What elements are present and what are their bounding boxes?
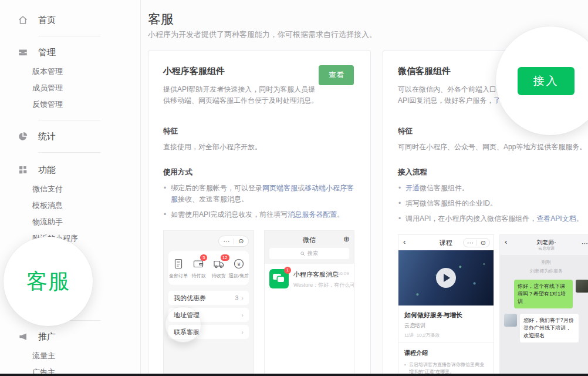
search-icon (300, 251, 305, 256)
message-bubble: 你好，这个有线下课程吗？希望有1对1培训 (514, 280, 573, 308)
row-label: 我的优惠券 (174, 294, 206, 303)
sidebar-item-home[interactable]: 首页 (0, 0, 140, 28)
incoming-message: 您好，我们将于7月份举办广州线下培训，欢迎报名 (500, 314, 588, 343)
sidebar-item-label: 推广 (38, 331, 56, 343)
refund-icon: ¥ (232, 257, 245, 270)
sidebar-item-logistics[interactable]: 物流助手 (0, 214, 140, 230)
shortcut-label: 退款/售后 (229, 273, 249, 279)
sidebar-item-manage[interactable]: 管理 (0, 44, 140, 61)
shortcut-pending-payment: 5 待付款 (188, 251, 208, 285)
target-icon: ⊙ (238, 237, 244, 245)
window-bottom-edge (0, 374, 588, 376)
user-avatar (576, 280, 588, 293)
shortcut-all-orders: 全部订单 (168, 251, 188, 285)
chevron-right-icon: › (241, 294, 244, 301)
play-button-icon (436, 268, 456, 288)
badge-count: 5 (200, 254, 207, 261)
usage-list: 绑定后的客服帐号，可以登录网页端客服或移动端小程序客服接收、发送客服消息。 如需… (163, 183, 356, 220)
sidebar-item-template-message[interactable]: 模板消息 (0, 197, 140, 214)
feature-text: 可同时在小程序、公众号、网页、App等地方提供客服服务。 (398, 142, 588, 152)
home-icon (18, 15, 28, 25)
miniprogram-capsule: ⋯ ⊙ (463, 238, 490, 247)
text-segment: 微信客服组件。 (420, 184, 469, 192)
more-icon: ⋯ (467, 239, 473, 247)
spotlight-label: 客服 (26, 267, 70, 296)
wechat-header: 微信 ⊕ 搜索 (265, 231, 354, 264)
service-message-avatar: 1 (269, 269, 289, 288)
grid-icon (18, 164, 28, 175)
video-thumbnail (398, 250, 494, 306)
wallet-icon: 5 (192, 257, 205, 270)
sidebar-item-member-manage[interactable]: 成员管理 (0, 80, 140, 96)
capsule-divider (234, 239, 234, 244)
add-icon: ⊕ (343, 234, 350, 243)
wechat-title: 微信 (265, 236, 354, 244)
text-segment: 接收、发送客服消息。 (178, 195, 248, 203)
chevron-right-icon: › (241, 328, 244, 335)
shortcut-label: 待收货 (212, 273, 226, 279)
course-title: 如何做好服务与增长 (404, 311, 488, 320)
page-subtitle: 小程序为开发者提供了两种客服能力，你可根据需求自行选择接入。 (148, 29, 377, 40)
screenshots-row: ⋯ ⊙ 全部订单 (163, 230, 356, 376)
text-segment: 或 (298, 184, 305, 192)
intro-heading: 课程介绍 (404, 349, 488, 357)
card-miniprogram-service: 小程序客服组件 查看 提供API帮助开发者快速接入，同时为客服人员提供移动端、网… (148, 50, 371, 376)
sidebar-item-version-manage[interactable]: 版本管理 (0, 63, 140, 80)
sidebar-item-promotion[interactable]: 推广 (0, 328, 140, 345)
service-notice: 刘老师为你服务 (500, 268, 588, 274)
svg-text:¥: ¥ (236, 261, 241, 267)
sidebar-item-label: 首页 (38, 15, 56, 26)
order-shortcuts: 全部订单 5 待付款 12 (168, 251, 249, 285)
shortcut-label: 待付款 (191, 273, 205, 279)
spotlight-customer-service[interactable]: 客服 (4, 237, 93, 326)
connect-button[interactable]: 接入 (518, 67, 575, 95)
sidebar-item-features[interactable]: 功能 (0, 162, 140, 178)
text-segment: 如需使用API完成消息收发，前往填写 (171, 210, 288, 219)
view-button[interactable]: 查看 (319, 65, 354, 85)
badge-count: 12 (221, 254, 229, 261)
inline-link[interactable]: 消息服务器配置 (288, 210, 337, 219)
course-header: ‹ 课程 ⋯ ⊙ (398, 235, 494, 250)
text-segment: 绑定后的客服帐号，可以登录 (171, 184, 262, 192)
shortcut-refund: ¥ 退款/售后 (229, 251, 249, 285)
usage-bullet: 如需使用API完成消息收发，前往填写消息服务器配置。 (163, 209, 356, 220)
chat-header: ‹ 刘老师· 云启培训 ⋯ (500, 235, 588, 255)
inline-link[interactable]: 开通 (405, 184, 420, 192)
sidebar-item-feedback-manage[interactable]: 反馈管理 (0, 96, 140, 113)
target-icon: ⊙ (481, 239, 486, 247)
more-icon: ⋯ (582, 240, 588, 247)
list-item-coupons: 我的优惠券 3 › (168, 291, 249, 305)
sidebar-item-label: 统计 (38, 131, 56, 142)
agent-avatar (504, 314, 517, 327)
course-provider: 云启培训 (404, 322, 488, 330)
chat-bubble-icon (278, 277, 284, 282)
inline-link[interactable]: 查看API文档 (536, 214, 576, 223)
screenshot-wechat-list: 微信 ⊕ 搜索 1 小程序客 (264, 230, 354, 376)
sidebar-item-traffic-owner[interactable]: 流量主 (0, 348, 140, 364)
card-description: 提供API帮助开发者快速接入，同时为客服人员提供移动端、网页端客服工作台便于及时… (163, 84, 320, 106)
sidebar-divider (38, 36, 100, 36)
sidebar-item-label: 管理 (38, 47, 56, 58)
inline-link[interactable]: 网页端客服 (262, 184, 298, 192)
screenshot-course-page: ‹ 课程 ⋯ ⊙ 如何做好服务与增长 云启培训 11 (398, 234, 494, 376)
outgoing-message: 你好，这个有线下课程吗？希望有1对1培训 (500, 280, 588, 308)
flow-bullet: 开通微信客服组件。 (398, 183, 588, 194)
search-bar: 搜索 (269, 248, 349, 259)
chat-list-item: 1 小程序客服消息 Westore：你好，有什么可以帮您? 16:09 (265, 264, 354, 294)
more-icon: ⋯ (223, 237, 229, 245)
flow-list: 开通微信客服组件。 填写微信客服组件的企业ID。 调用API，在小程序内接入微信… (398, 183, 588, 224)
flow-bullet: 填写微信客服组件的企业ID。 (398, 198, 588, 209)
row-value: 3 (235, 295, 239, 301)
order-list-icon (172, 257, 185, 270)
capsule-divider (477, 240, 477, 246)
chat-time: 16:09 (337, 271, 349, 276)
inbox-icon (18, 47, 28, 58)
highlight-ring (165, 306, 201, 343)
truck-icon: 12 (212, 257, 225, 270)
usage-bullet: 绑定后的客服帐号，可以登录网页端客服或移动端小程序客服接收、发送客服消息。 (163, 183, 356, 205)
sidebar-item-wechat-pay[interactable]: 微信支付 (0, 181, 140, 197)
sidebar-item-stats[interactable]: 统计 (0, 128, 140, 145)
usage-heading: 使用方式 (163, 167, 356, 177)
shortcut-label: 全部订单 (169, 273, 188, 279)
screenshot-orders-page: ⋯ ⊙ 全部订单 (163, 230, 254, 376)
